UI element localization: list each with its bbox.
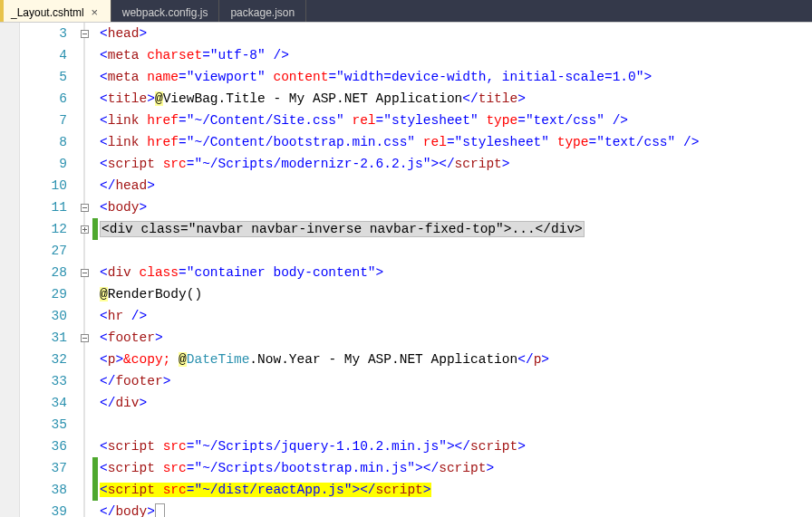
line-number: 8 — [20, 131, 76, 153]
line-number: 12 — [20, 218, 76, 240]
fold-toggle-collapsed[interactable] — [76, 218, 92, 240]
line-number: 34 — [20, 392, 76, 414]
line-number: 6 — [20, 88, 76, 110]
line-number: 4 — [20, 44, 76, 66]
line-number: 9 — [20, 153, 76, 175]
line-number: 36 — [20, 436, 76, 457]
code-line[interactable] — [98, 240, 812, 262]
line-number: 35 — [20, 414, 76, 436]
tab-webpack-config[interactable]: webpack.config.js — [111, 0, 219, 22]
tab-bar: _Layout.cshtml × webpack.config.js packa… — [0, 0, 812, 22]
code-line[interactable]: <hr /> — [98, 305, 812, 327]
code-editor[interactable]: 3 <head> 4 <meta charset="utf-8" /> 5 <m… — [0, 22, 812, 517]
line-number: 3 — [20, 23, 76, 44]
code-line[interactable]: @RenderBody() — [98, 283, 812, 305]
tab-separator — [305, 0, 306, 22]
code-line[interactable]: <script src="~/Scripts/jquery-1.10.2.min… — [98, 436, 812, 457]
tab-label: webpack.config.js — [122, 6, 208, 19]
line-number: 37 — [20, 457, 76, 479]
line-number: 27 — [20, 240, 76, 262]
line-number: 32 — [20, 349, 76, 370]
code-line[interactable]: <p>&copy; @DateTime.Now.Year - My ASP.NE… — [98, 349, 812, 370]
code-line[interactable]: <footer> — [98, 327, 812, 349]
tab-package-json[interactable]: package.json — [219, 0, 305, 22]
fold-toggle[interactable] — [76, 196, 92, 218]
code-line[interactable]: </div> — [98, 392, 812, 414]
code-line[interactable]: <title>@ViewBag.Title - My ASP.NET Appli… — [98, 88, 812, 110]
code-line[interactable]: <head> — [98, 23, 812, 44]
code-line[interactable]: <link href="~/Content/bootstrap.min.css"… — [98, 131, 812, 153]
code-line[interactable]: </body> — [98, 501, 812, 517]
code-line[interactable]: <div class="navbar navbar-inverse navbar… — [98, 218, 812, 240]
line-number: 10 — [20, 175, 76, 196]
tab-label: package.json — [230, 6, 295, 19]
code-line[interactable]: <link href="~/Content/Site.css" rel="sty… — [98, 110, 812, 131]
line-number: 28 — [20, 262, 76, 283]
fold-toggle[interactable] — [76, 23, 92, 44]
code-line[interactable]: <script src="~/Scripts/bootstrap.min.js"… — [98, 457, 812, 479]
code-line[interactable]: <div class="container body-content"> — [98, 262, 812, 283]
line-number: 33 — [20, 370, 76, 392]
line-number: 31 — [20, 327, 76, 349]
text-cursor — [155, 503, 165, 517]
line-number: 7 — [20, 110, 76, 131]
line-number: 30 — [20, 305, 76, 327]
tab-label: _Layout.cshtml — [11, 6, 84, 19]
line-number: 5 — [20, 66, 76, 88]
line-number: 11 — [20, 196, 76, 218]
code-line[interactable] — [98, 414, 812, 436]
code-line[interactable]: </footer> — [98, 370, 812, 392]
fold-guide — [76, 44, 92, 66]
code-line[interactable]: <meta name="viewport" content="width=dev… — [98, 66, 812, 88]
breakpoint-margin[interactable] — [0, 23, 20, 517]
line-number: 39 — [20, 501, 76, 517]
code-line[interactable]: <script src="~/Scripts/modernizr-2.6.2.j… — [98, 153, 812, 175]
fold-toggle[interactable] — [76, 327, 92, 349]
code-line[interactable]: </head> — [98, 175, 812, 196]
tab-layout-cshtml[interactable]: _Layout.cshtml × — [0, 0, 111, 22]
code-line[interactable]: <body> — [98, 196, 812, 218]
line-number: 38 — [20, 479, 76, 501]
fold-toggle[interactable] — [76, 262, 92, 283]
code-line[interactable]: <meta charset="utf-8" /> — [98, 44, 812, 66]
close-icon[interactable]: × — [90, 7, 100, 17]
code-line[interactable]: <script src="~/dist/reactApp.js"></scrip… — [98, 479, 812, 501]
line-number: 29 — [20, 283, 76, 305]
